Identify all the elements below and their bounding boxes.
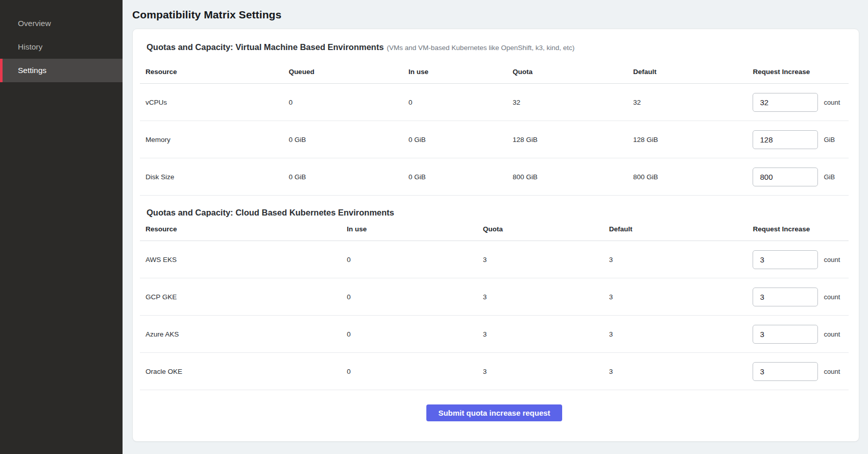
column-header-in-use: In use [403, 60, 507, 84]
cell-request-increase: GiB [747, 158, 849, 196]
cell-quota: 3 [477, 241, 604, 278]
unit-label: count [824, 256, 840, 264]
column-header-in-use: In use [341, 218, 477, 241]
main-content: Compatibility Matrix Settings Quotas and… [123, 0, 868, 454]
gcp-gke-request-input[interactable] [753, 288, 818, 306]
column-header-resource: Resource [140, 218, 341, 241]
column-header-quota: Quota [507, 60, 628, 84]
sidebar-item-overview[interactable]: Overview [0, 12, 123, 35]
cell-request-increase: count [747, 316, 849, 353]
aws-eks-request-input[interactable] [753, 250, 818, 269]
cell-default: 128 GiB [628, 121, 748, 158]
table-row-gcp-gke: GCP GKE 0 3 3 count [140, 278, 849, 316]
unit-label: count [824, 330, 840, 338]
cell-quota: 800 GiB [507, 158, 628, 196]
cell-request-increase: count [747, 353, 849, 390]
cell-in-use: 0 [341, 278, 477, 316]
vm-section-title-text: Quotas and Capacity: Virtual Machine Bas… [147, 42, 384, 52]
cell-default: 3 [604, 316, 748, 353]
sidebar-item-history[interactable]: History [0, 35, 123, 59]
column-header-resource: Resource [140, 60, 283, 84]
cell-quota: 32 [507, 84, 628, 121]
column-header-default: Default [628, 60, 748, 84]
table-row-aws-eks: AWS EKS 0 3 3 count [140, 241, 849, 278]
cell-request-increase: count [747, 241, 849, 278]
cell-default: 800 GiB [628, 158, 748, 196]
cell-in-use: 0 [341, 353, 477, 390]
cloud-section-title-text: Quotas and Capacity: Cloud Based Kuberne… [147, 208, 394, 217]
column-header-quota: Quota [477, 218, 604, 241]
cell-in-use: 0 GiB [403, 158, 507, 196]
sidebar-item-settings[interactable]: Settings [0, 59, 123, 82]
cell-resource: vCPUs [140, 84, 283, 121]
cell-quota: 128 GiB [507, 121, 628, 158]
cell-in-use: 0 [341, 241, 477, 278]
column-header-request-increase: Request Increase [747, 218, 849, 241]
cell-queued: 0 [283, 84, 403, 121]
cell-default: 3 [604, 241, 748, 278]
cell-in-use: 0 [403, 84, 507, 121]
sidebar: Overview History Settings [0, 0, 123, 454]
unit-label: GiB [824, 173, 835, 181]
cell-request-increase: count [747, 84, 849, 121]
unit-label: count [824, 368, 840, 375]
table-row-azure-aks: Azure AKS 0 3 3 count [140, 316, 849, 353]
cell-default: 3 [604, 278, 748, 316]
vm-table-header: Resource Queued In use Quota Default Req… [140, 60, 849, 84]
cell-resource: GCP GKE [140, 278, 341, 316]
cell-quota: 3 [477, 316, 604, 353]
table-row-disk-size: Disk Size 0 GiB 0 GiB 800 GiB 800 GiB Gi… [140, 158, 849, 196]
cell-resource: AWS EKS [140, 241, 341, 278]
cell-resource: Azure AKS [140, 316, 341, 353]
sidebar-item-label: Settings [18, 66, 46, 75]
page-title: Compatibility Matrix Settings [132, 9, 859, 21]
unit-label: count [824, 293, 840, 301]
cell-resource: Oracle OKE [140, 353, 341, 390]
memory-request-input[interactable] [753, 130, 818, 149]
cell-request-increase: GiB [747, 121, 849, 158]
sidebar-item-label: Overview [18, 19, 51, 28]
cell-default: 3 [604, 353, 748, 390]
vm-section-title: Quotas and Capacity: Virtual Machine Bas… [147, 42, 849, 52]
cell-quota: 3 [477, 278, 604, 316]
table-row-memory: Memory 0 GiB 0 GiB 128 GiB 128 GiB GiB [140, 121, 849, 158]
table-row-oracle-oke: Oracle OKE 0 3 3 count [140, 353, 849, 390]
vm-section-note: (VMs and VM-based Kubernetes like OpenSh… [387, 44, 575, 52]
oracle-oke-request-input[interactable] [753, 362, 818, 381]
cell-queued: 0 GiB [283, 158, 403, 196]
unit-label: GiB [824, 136, 835, 144]
cell-quota: 3 [477, 353, 604, 390]
disk-size-request-input[interactable] [753, 168, 818, 186]
unit-label: count [824, 99, 840, 106]
cell-request-increase: count [747, 278, 849, 316]
cloud-section-title: Quotas and Capacity: Cloud Based Kuberne… [147, 208, 849, 218]
vcpus-request-input[interactable] [753, 93, 818, 112]
cell-in-use: 0 [341, 316, 477, 353]
settings-card: Quotas and Capacity: Virtual Machine Bas… [132, 29, 859, 442]
sidebar-item-label: History [18, 42, 42, 52]
column-header-default: Default [604, 218, 748, 241]
column-header-queued: Queued [283, 60, 403, 84]
cell-default: 32 [628, 84, 748, 121]
table-row-vcpus: vCPUs 0 0 32 32 count [140, 84, 849, 121]
cloud-table-header: Resource In use Quota Default Request In… [140, 218, 849, 241]
cell-in-use: 0 GiB [403, 121, 507, 158]
cell-queued: 0 GiB [283, 121, 403, 158]
azure-aks-request-input[interactable] [753, 325, 818, 344]
submit-quota-increase-button[interactable]: Submit quota increase request [426, 404, 562, 421]
cell-resource: Memory [140, 121, 283, 158]
card-footer: Submit quota increase request [140, 404, 849, 421]
column-header-request-increase: Request Increase [747, 60, 849, 84]
cell-resource: Disk Size [140, 158, 283, 196]
